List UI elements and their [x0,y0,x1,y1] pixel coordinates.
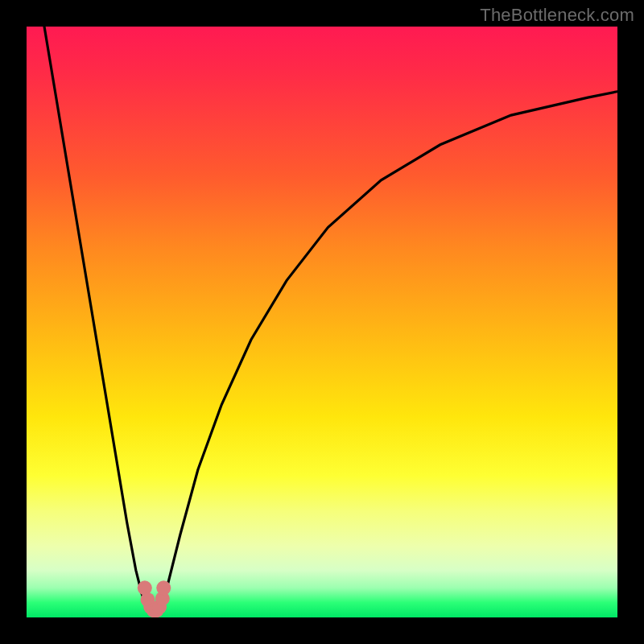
curve-right-branch [159,92,617,615]
chart-frame: TheBottleneck.com [0,0,644,644]
highlight-markers [138,580,171,617]
curve-left-branch [44,27,152,614]
highlight-marker [156,580,171,595]
curve-layer [27,27,617,617]
watermark-text: TheBottleneck.com [480,5,634,26]
plot-area [27,27,617,617]
